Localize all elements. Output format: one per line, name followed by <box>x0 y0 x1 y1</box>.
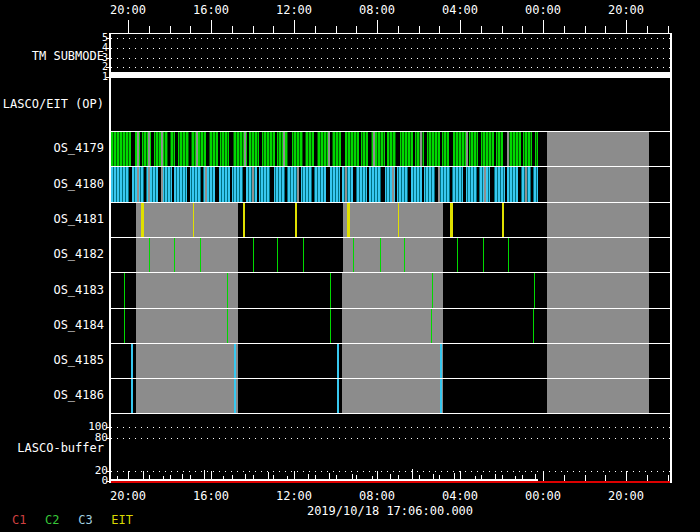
bar-gap <box>395 167 397 202</box>
buffer-spike <box>287 476 288 479</box>
bar-gap <box>172 167 174 202</box>
bar-gap <box>478 132 481 166</box>
buffer-spike <box>143 471 144 479</box>
bar-gap <box>505 167 507 202</box>
top-major-tick <box>377 20 378 33</box>
left-axis-line <box>109 33 111 483</box>
panel-border <box>110 272 672 273</box>
panel-border <box>110 308 672 309</box>
gray-coverage-segment <box>136 309 238 343</box>
top-major-tick <box>543 20 544 33</box>
y-tick <box>106 427 110 428</box>
event-line <box>193 203 194 237</box>
telemetry-timeline-screen: 543211008020020:0020:0016:0016:0012:0012… <box>0 0 700 532</box>
buffer-spike <box>475 476 476 479</box>
dense-bars-segment <box>111 167 538 202</box>
event-line <box>431 309 432 343</box>
event-line <box>227 309 228 343</box>
dotted-gridline <box>111 38 671 39</box>
gray-coverage-segment <box>547 203 649 237</box>
panel-border <box>110 343 672 344</box>
event-line <box>277 238 278 272</box>
event-line <box>502 203 504 237</box>
gray-coverage-segment <box>342 309 443 343</box>
buffer-spike <box>495 474 496 479</box>
buffer-spike <box>308 474 309 479</box>
gray-line <box>345 167 347 202</box>
top-minor-tick <box>647 26 648 33</box>
time-label-top: 20:00 <box>106 3 150 17</box>
top-minor-tick <box>439 26 440 33</box>
top-minor-tick <box>149 26 150 33</box>
buffer-spike <box>390 474 391 479</box>
bar-gap <box>187 167 190 202</box>
time-label-top: 16:00 <box>189 3 233 17</box>
gray-coverage-segment <box>136 238 238 272</box>
time-label-top: 12:00 <box>272 3 316 17</box>
bar-gap <box>449 132 453 166</box>
dotted-gridline <box>111 58 671 59</box>
panel-border <box>110 166 672 167</box>
dotted-gridline <box>111 427 671 428</box>
bar-gap <box>229 132 233 166</box>
buffer-spike <box>372 476 373 479</box>
bar-gap <box>367 167 369 202</box>
event-line <box>234 344 236 378</box>
event-line <box>330 309 331 343</box>
row-label-os4185: OS_4185 <box>0 353 104 367</box>
top-minor-tick <box>170 26 171 33</box>
buffer-spike <box>182 474 183 479</box>
top-axis-line <box>110 33 672 34</box>
event-line <box>131 379 133 413</box>
buffer-spike <box>117 476 118 479</box>
bar-gap <box>175 132 178 166</box>
gray-coverage-segment <box>547 379 649 413</box>
gray-coverage-segment <box>136 379 238 413</box>
bar-gap <box>215 167 219 202</box>
row-label-os4179: OS_4179 <box>0 141 104 155</box>
bar-gap <box>413 132 415 166</box>
event-line <box>124 273 125 308</box>
gray-line <box>373 132 375 166</box>
dotted-gridline <box>111 67 671 68</box>
bar-gap <box>368 132 371 166</box>
lasco-eit-label: LASCO/EIT (OP) <box>0 97 104 111</box>
gray-coverage-segment <box>547 344 649 378</box>
top-minor-tick <box>336 26 337 33</box>
event-line <box>124 309 125 343</box>
gray-line <box>148 132 150 166</box>
bar-gap <box>259 132 262 166</box>
event-line <box>533 309 534 343</box>
gray-line <box>484 167 486 202</box>
gray-line <box>196 132 198 166</box>
event-line <box>234 379 236 413</box>
gray-line <box>161 132 163 166</box>
time-label-bottom: 08:00 <box>355 489 399 503</box>
gray-coverage-segment <box>547 132 649 166</box>
y-tick <box>106 67 110 68</box>
top-minor-tick <box>190 26 191 33</box>
buffer-spike <box>329 473 330 479</box>
plot-area: 543211008020020:0020:0016:0016:0012:0012… <box>0 0 700 532</box>
event-line <box>131 344 133 378</box>
y-tick <box>106 48 110 49</box>
event-line <box>295 203 297 237</box>
row-label-os4181: OS_4181 <box>0 212 104 226</box>
bar-gap <box>312 167 314 202</box>
event-line <box>508 238 509 272</box>
bar-gap <box>189 132 191 166</box>
dotted-gridline <box>111 48 671 49</box>
gray-line <box>420 132 422 166</box>
gray-line <box>328 132 330 166</box>
bar-gap <box>243 167 246 202</box>
row-label-os4182: OS_4182 <box>0 247 104 261</box>
gray-line <box>507 132 509 166</box>
bar-gap <box>521 132 523 166</box>
top-minor-tick <box>502 26 503 33</box>
event-line <box>534 273 535 308</box>
buffer-spike <box>223 476 224 479</box>
buffer-spike <box>412 469 413 479</box>
buffer-spike <box>352 474 353 479</box>
bar-gap <box>396 132 400 166</box>
time-label-top: 20:00 <box>604 3 648 17</box>
